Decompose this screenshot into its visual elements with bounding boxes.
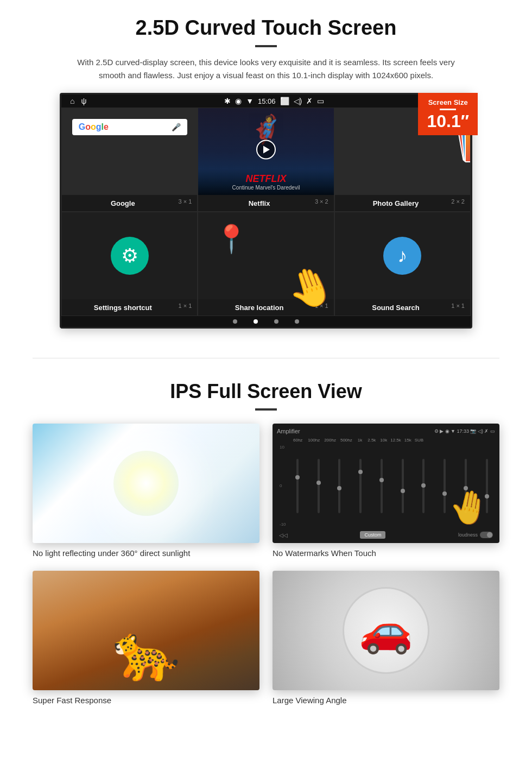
eq-freq-label: SUB bbox=[415, 438, 423, 443]
eq-db-label: 10 bbox=[280, 445, 286, 450]
gallery-label: 2 × 2 Photo Gallery bbox=[335, 195, 470, 211]
app-cell-netflix[interactable]: 🦸 NETFLIX Continue Marvel's Daredevil 3 … bbox=[198, 108, 334, 212]
netflix-label: 3 × 2 Netflix bbox=[198, 195, 333, 211]
eq-freq-label: 1k bbox=[358, 438, 362, 443]
gear-icon: ⚙ bbox=[121, 244, 138, 267]
eq-slider-6[interactable] bbox=[394, 459, 411, 513]
app-grid-row2: ⚙ 1 × 1 Settings shortcut 📍 🤚 1 bbox=[61, 212, 471, 316]
sunlight-caption: No light reflecting under 360° direct su… bbox=[33, 548, 259, 558]
section-ips-screen: IPS Full Screen View No light reflecting… bbox=[0, 375, 532, 721]
status-center: ✱ ◉ ▼ 15:06 ⬜ ◁) ✗ ▭ bbox=[224, 97, 324, 105]
car-visual: 🚗 bbox=[273, 571, 499, 690]
watermarks-caption: No Watermarks When Touch bbox=[273, 548, 499, 558]
share-thumbnail: 📍 🤚 bbox=[198, 212, 333, 299]
camera-icon: ⬜ bbox=[280, 97, 289, 105]
feature-car: 🚗 Large Viewing Angle bbox=[273, 571, 499, 705]
play-button[interactable] bbox=[256, 140, 276, 159]
app-cell-settings[interactable]: ⚙ 1 × 1 Settings shortcut bbox=[61, 212, 198, 316]
home-icon[interactable]: ⌂ bbox=[70, 97, 74, 105]
nav-dot-3 bbox=[274, 319, 278, 324]
title-divider-2 bbox=[255, 408, 277, 411]
sun-glow bbox=[113, 451, 179, 516]
feature-watermarks: Amplifier ⚙ ▶ ◉ ▼ 17:33 📷 ◁) ✗ ▭ 60hz 10… bbox=[273, 424, 499, 558]
feature-cheetah: 🐆 Super Fast Response bbox=[33, 571, 259, 705]
eq-freq-label: 2.5k bbox=[368, 438, 376, 443]
google-search-bar[interactable]: Google 🎤 bbox=[72, 119, 187, 135]
eq-freq-label: 500hz bbox=[340, 438, 352, 443]
toggle-thumb bbox=[487, 532, 492, 538]
wifi-icon: ▼ bbox=[246, 97, 254, 105]
app-grid-row1: Google 🎤 3 × 1 Google 🦸 bbox=[61, 108, 471, 212]
eq-db-label: 0 bbox=[280, 483, 286, 488]
status-left: ⌂ ψ bbox=[70, 97, 86, 105]
eq-screen-wrapper: Amplifier ⚙ ▶ ◉ ▼ 17:33 📷 ◁) ✗ ▭ 60hz 10… bbox=[273, 424, 499, 543]
settings-label: 1 × 1 Settings shortcut bbox=[62, 299, 197, 316]
features-grid: No light reflecting under 360° direct su… bbox=[33, 424, 499, 705]
google-thumbnail: Google 🎤 bbox=[62, 108, 197, 195]
google-logo: Google bbox=[79, 122, 109, 132]
eq-slider-3[interactable] bbox=[331, 459, 348, 513]
section-curved-screen: 2.5D Curved Touch Screen With 2.5D curve… bbox=[0, 0, 532, 342]
eq-freq-label: 10k bbox=[380, 438, 387, 443]
loudness-toggle[interactable]: loudness bbox=[458, 532, 493, 538]
app-cell-share[interactable]: 📍 🤚 1 × 1 Share location bbox=[198, 212, 334, 316]
cheetah-caption: Super Fast Response bbox=[33, 696, 259, 705]
app-cell-sound[interactable]: ♪ 1 × 1 Sound Search bbox=[334, 212, 471, 316]
car-caption: Large Viewing Angle bbox=[273, 696, 499, 705]
screen-size-badge: Screen Size 10.1″ bbox=[418, 93, 478, 135]
eq-slider-7[interactable] bbox=[415, 459, 432, 513]
netflix-thumbnail: 🦸 NETFLIX Continue Marvel's Daredevil bbox=[198, 108, 333, 195]
bluetooth-icon: ✱ bbox=[224, 97, 231, 105]
volume-icon: ◁) bbox=[294, 97, 302, 105]
eq-slider-1[interactable] bbox=[289, 459, 306, 513]
back-btn[interactable]: ◁◁ bbox=[279, 532, 288, 538]
sound-thumbnail: ♪ bbox=[335, 212, 470, 299]
app-cell-google[interactable]: Google 🎤 3 × 1 Google bbox=[61, 108, 198, 212]
cheetah-icon: 🐆 bbox=[112, 621, 180, 685]
device-wrapper: Screen Size 10.1″ ⌂ ψ ✱ ◉ ▼ 15:06 ⬜ ◁) bbox=[60, 93, 472, 329]
cheetah-visual: 🐆 bbox=[33, 571, 259, 690]
sunlight-visual bbox=[33, 424, 259, 543]
location-icon: ◉ bbox=[235, 97, 242, 105]
badge-size: 10.1″ bbox=[427, 112, 469, 130]
section1-description: With 2.5D curved-display screen, this de… bbox=[76, 56, 456, 82]
section1-title: 2.5D Curved Touch Screen bbox=[33, 16, 499, 40]
signal-icon: ✗ bbox=[306, 97, 313, 105]
badge-divider bbox=[440, 109, 456, 110]
sound-icon-circle: ♪ bbox=[383, 237, 421, 275]
eq-slider-2[interactable] bbox=[310, 459, 327, 513]
share-name: Share location bbox=[235, 304, 284, 312]
netflix-logo: NETFLIX bbox=[202, 173, 329, 185]
eq-freq-label: 200hz bbox=[324, 438, 336, 443]
car-image: 🚗 bbox=[273, 571, 499, 690]
section-divider bbox=[33, 358, 499, 358]
car-circle: 🚗 bbox=[343, 587, 429, 674]
eq-status-icons: ⚙ ▶ ◉ ▼ 17:33 📷 ◁) ✗ ▭ bbox=[434, 428, 495, 434]
status-bar: ⌂ ψ ✱ ◉ ▼ 15:06 ⬜ ◁) ✗ ▭ bbox=[61, 94, 471, 108]
google-name: Google bbox=[111, 199, 135, 207]
mic-icon: 🎤 bbox=[172, 123, 181, 131]
netflix-overlay: NETFLIX Continue Marvel's Daredevil bbox=[198, 169, 333, 195]
eq-freq-label: 15k bbox=[404, 438, 411, 443]
amplifier-label: Amplifier bbox=[277, 428, 300, 434]
bottom-navigation bbox=[61, 316, 471, 327]
eq-slider-4[interactable] bbox=[352, 459, 369, 513]
sound-label: 1 × 1 Sound Search bbox=[335, 299, 470, 316]
toggle-track[interactable] bbox=[480, 532, 493, 538]
custom-button[interactable]: Custom bbox=[360, 531, 385, 539]
car-top-icon: 🚗 bbox=[359, 605, 413, 656]
gallery-size: 2 × 2 bbox=[451, 198, 465, 205]
eq-slider-5[interactable] bbox=[373, 459, 390, 513]
nav-dot-1 bbox=[233, 319, 237, 324]
eq-freq-label: 100hz bbox=[308, 438, 320, 443]
play-triangle bbox=[263, 146, 270, 153]
badge-label: Screen Size bbox=[427, 98, 469, 106]
gallery-name: Photo Gallery bbox=[373, 199, 419, 207]
nav-dot-2[interactable] bbox=[254, 319, 258, 324]
title-divider bbox=[255, 45, 277, 47]
usb-icon: ψ bbox=[81, 97, 86, 105]
eq-screen: Amplifier ⚙ ▶ ◉ ▼ 17:33 📷 ◁) ✗ ▭ 60hz 10… bbox=[273, 424, 499, 543]
sunlight-image bbox=[33, 424, 259, 543]
section2-title: IPS Full Screen View bbox=[33, 380, 499, 403]
nav-dot-4 bbox=[295, 319, 299, 324]
